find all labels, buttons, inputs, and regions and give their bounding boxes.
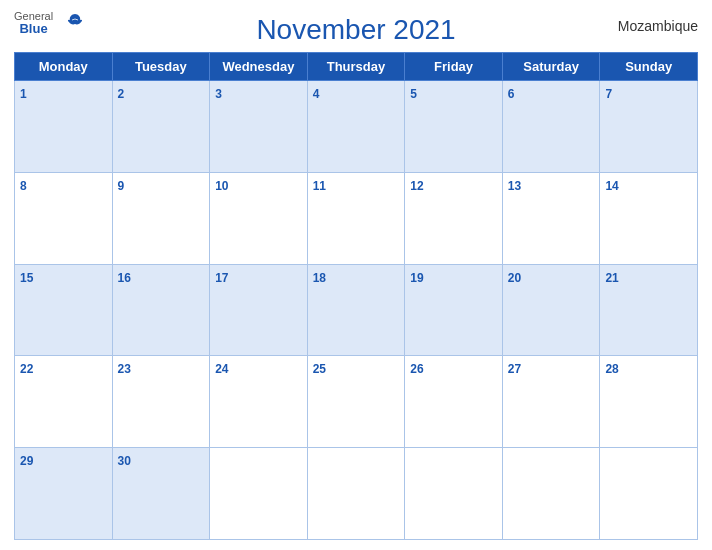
day-number: 13 — [508, 179, 521, 193]
calendar-title: November 2021 — [256, 14, 455, 46]
day-number: 22 — [20, 362, 33, 376]
calendar-cell: 17 — [210, 264, 308, 356]
calendar-cell: 13 — [502, 172, 600, 264]
header-sunday: Sunday — [600, 53, 698, 81]
calendar-cell — [307, 448, 405, 540]
calendar-cell: 28 — [600, 356, 698, 448]
day-number: 3 — [215, 87, 222, 101]
header-thursday: Thursday — [307, 53, 405, 81]
calendar-cell: 24 — [210, 356, 308, 448]
day-number: 29 — [20, 454, 33, 468]
calendar-cell: 29 — [15, 448, 113, 540]
day-number: 16 — [118, 271, 131, 285]
day-number: 4 — [313, 87, 320, 101]
calendar-cell: 11 — [307, 172, 405, 264]
calendar-cell: 15 — [15, 264, 113, 356]
day-number: 7 — [605, 87, 612, 101]
calendar-cell: 6 — [502, 81, 600, 173]
day-number: 11 — [313, 179, 326, 193]
header-monday: Monday — [15, 53, 113, 81]
header-friday: Friday — [405, 53, 503, 81]
calendar-cell: 2 — [112, 81, 210, 173]
calendar-cell: 27 — [502, 356, 600, 448]
table-row: 22232425262728 — [15, 356, 698, 448]
calendar-cell: 5 — [405, 81, 503, 173]
day-number: 18 — [313, 271, 326, 285]
calendar-cell: 1 — [15, 81, 113, 173]
day-number: 30 — [118, 454, 131, 468]
logo: General Blue — [14, 10, 53, 36]
calendar-cell — [210, 448, 308, 540]
logo-bird-icon — [66, 12, 84, 30]
day-number: 26 — [410, 362, 423, 376]
day-number: 28 — [605, 362, 618, 376]
calendar-cell: 9 — [112, 172, 210, 264]
header-saturday: Saturday — [502, 53, 600, 81]
calendar-cell: 12 — [405, 172, 503, 264]
country-label: Mozambique — [618, 18, 698, 34]
day-number: 2 — [118, 87, 125, 101]
day-number: 14 — [605, 179, 618, 193]
calendar-cell — [405, 448, 503, 540]
calendar-cell: 21 — [600, 264, 698, 356]
day-number: 24 — [215, 362, 228, 376]
day-number: 5 — [410, 87, 417, 101]
weekday-header-row: Monday Tuesday Wednesday Thursday Friday… — [15, 53, 698, 81]
day-number: 20 — [508, 271, 521, 285]
day-number: 15 — [20, 271, 33, 285]
header-tuesday: Tuesday — [112, 53, 210, 81]
calendar-cell: 4 — [307, 81, 405, 173]
calendar-cell: 14 — [600, 172, 698, 264]
calendar-cell: 3 — [210, 81, 308, 173]
calendar-cell: 26 — [405, 356, 503, 448]
day-number: 19 — [410, 271, 423, 285]
table-row: 1234567 — [15, 81, 698, 173]
calendar-cell: 20 — [502, 264, 600, 356]
calendar-cell: 10 — [210, 172, 308, 264]
calendar-header: General Blue November 2021 Mozambique — [14, 10, 698, 46]
calendar-cell — [600, 448, 698, 540]
calendar-cell: 30 — [112, 448, 210, 540]
calendar-cell — [502, 448, 600, 540]
header-wednesday: Wednesday — [210, 53, 308, 81]
calendar-cell: 8 — [15, 172, 113, 264]
table-row: 15161718192021 — [15, 264, 698, 356]
table-row: 891011121314 — [15, 172, 698, 264]
day-number: 17 — [215, 271, 228, 285]
day-number: 6 — [508, 87, 515, 101]
calendar-cell: 22 — [15, 356, 113, 448]
calendar-cell: 18 — [307, 264, 405, 356]
day-number: 23 — [118, 362, 131, 376]
day-number: 27 — [508, 362, 521, 376]
day-number: 9 — [118, 179, 125, 193]
day-number: 1 — [20, 87, 27, 101]
table-row: 2930 — [15, 448, 698, 540]
calendar-cell: 16 — [112, 264, 210, 356]
calendar-cell: 23 — [112, 356, 210, 448]
calendar-cell: 19 — [405, 264, 503, 356]
day-number: 10 — [215, 179, 228, 193]
day-number: 21 — [605, 271, 618, 285]
calendar-table: Monday Tuesday Wednesday Thursday Friday… — [14, 52, 698, 540]
day-number: 8 — [20, 179, 27, 193]
day-number: 25 — [313, 362, 326, 376]
calendar-cell: 25 — [307, 356, 405, 448]
day-number: 12 — [410, 179, 423, 193]
logo-blue-text: Blue — [19, 22, 47, 36]
calendar-cell: 7 — [600, 81, 698, 173]
